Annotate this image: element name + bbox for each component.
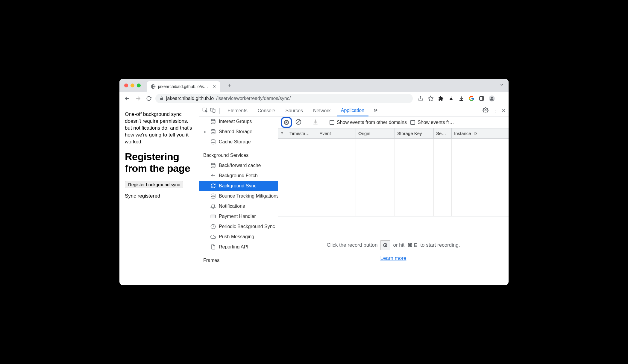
database-icon	[210, 129, 216, 134]
card-icon	[210, 214, 216, 219]
address-bar[interactable]: jakearchibald.github.io/isserviceworkerr…	[155, 94, 413, 103]
sidebar-item-bg-fetch[interactable]: Background Fetch	[199, 171, 278, 181]
browser-toolbar: jakearchibald.github.io/isserviceworkerr…	[119, 92, 509, 105]
extensions-icon[interactable]	[438, 95, 444, 101]
sidebar-item-interest-groups[interactable]: Interest Groups	[199, 116, 278, 127]
google-icon[interactable]	[468, 95, 474, 101]
sync-icon	[210, 183, 216, 189]
cloud-icon	[210, 234, 216, 239]
sidebar-item-push-messaging[interactable]: Push Messaging	[199, 232, 278, 242]
reload-button[interactable]	[145, 94, 153, 103]
svg-point-16	[485, 109, 486, 111]
sidebar-item-payment-handler[interactable]: Payment Handler	[199, 211, 278, 222]
record-circle-icon	[383, 243, 387, 247]
svg-point-18	[211, 130, 215, 131]
table-body	[278, 139, 509, 216]
svg-rect-9	[480, 97, 484, 100]
empty-text-pre: Click the record button	[327, 242, 377, 248]
tab-application[interactable]: Application	[337, 105, 368, 116]
window-minimize[interactable]	[131, 84, 134, 87]
svg-rect-15	[213, 109, 215, 112]
svg-line-28	[297, 120, 300, 124]
shortcut-text: ⌘ E	[407, 242, 417, 248]
clear-button[interactable]	[295, 119, 301, 126]
clock-icon	[210, 224, 216, 229]
device-mode-icon[interactable]	[210, 107, 216, 114]
empty-text-post: to start recording.	[420, 242, 460, 248]
intro-paragraph: One-off background sync doesn't require …	[125, 111, 193, 145]
sidebar-header-bg-services: Background Services	[199, 149, 278, 160]
downloads-icon[interactable]	[458, 95, 464, 101]
kebab-menu-icon[interactable]: ⋮	[493, 108, 497, 113]
tab-elements[interactable]: Elements	[223, 105, 252, 116]
back-button[interactable]	[123, 94, 131, 103]
menu-icon[interactable]: ⋮	[499, 95, 505, 101]
inline-record-button[interactable]	[380, 240, 390, 250]
sidebar-item-cache-storage[interactable]: Cache Storage	[199, 137, 278, 147]
svg-point-12	[491, 97, 493, 99]
tab-network[interactable]: Network	[309, 105, 335, 116]
bookmark-star-icon[interactable]	[428, 95, 434, 101]
window-close[interactable]	[124, 84, 128, 87]
record-circle-icon	[284, 120, 289, 125]
save-button[interactable]	[313, 119, 318, 126]
sidebar-item-bf-cache[interactable]: Back/forward cache	[199, 160, 278, 171]
svg-point-19	[211, 140, 215, 141]
database-icon	[210, 163, 216, 168]
record-button[interactable]	[281, 117, 292, 128]
checkbox-events-from[interactable]: Show events fr…	[410, 120, 506, 125]
svg-point-17	[211, 119, 215, 121]
tab-sources[interactable]: Sources	[281, 105, 307, 116]
th-instance-id[interactable]: Instance ID	[452, 128, 509, 138]
globe-icon	[151, 84, 156, 89]
inspect-icon[interactable]	[202, 107, 208, 114]
tabs-dropdown-icon[interactable]	[500, 83, 504, 88]
sidebar-item-reporting-api[interactable]: Reporting API	[199, 242, 278, 252]
svg-rect-24	[211, 215, 216, 218]
panel-toolbar: Show events from other domains Show even…	[278, 116, 509, 128]
browser-tab[interactable]: jakearchibald.github.io/isservic ✕	[147, 81, 220, 92]
checkbox-icon	[330, 120, 334, 125]
sidebar-item-periodic-bg-sync[interactable]: Periodic Background Sync	[199, 222, 278, 232]
sidebar-item-bg-sync[interactable]: Background Sync	[199, 181, 278, 191]
sidebar-item-shared-storage[interactable]: Shared Storage	[199, 127, 278, 137]
devtools: Elements Console Sources Network Applica…	[199, 105, 509, 285]
devtools-panel: Show events from other domains Show even…	[278, 116, 509, 285]
tab-title: jakearchibald.github.io/isservic	[158, 84, 209, 89]
devtools-tabs: Elements Console Sources Network Applica…	[199, 105, 509, 116]
database-icon	[210, 193, 216, 199]
sync-status: Sync registered	[125, 193, 193, 199]
svg-point-20	[211, 163, 215, 165]
forward-button[interactable]	[134, 94, 142, 103]
labs-icon[interactable]	[448, 95, 454, 101]
th-origin[interactable]: Origin	[356, 128, 395, 138]
register-sync-button[interactable]: Register background sync	[125, 181, 183, 188]
sidebar-item-notifications[interactable]: Notifications	[199, 201, 278, 211]
empty-state: Click the record button or hit ⌘ E to st…	[278, 216, 509, 285]
tab-close-icon[interactable]: ✕	[213, 84, 216, 89]
share-icon[interactable]	[418, 95, 424, 101]
settings-gear-icon[interactable]	[483, 107, 489, 114]
th-number[interactable]: #	[278, 128, 287, 138]
browser-window: jakearchibald.github.io/isservic ✕ + jak…	[119, 79, 509, 285]
svg-point-23	[211, 194, 215, 195]
sidebar-item-bounce-tracking[interactable]: Bounce Tracking Mitigations	[199, 191, 278, 201]
side-panel-icon[interactable]	[479, 95, 485, 101]
checkbox-other-domains[interactable]: Show events from other domains	[330, 120, 407, 125]
th-storage-key[interactable]: Storage Key	[395, 128, 434, 138]
more-tabs-icon[interactable]	[370, 107, 380, 114]
th-timestamp[interactable]: Timesta…	[287, 128, 317, 138]
th-event[interactable]: Event	[317, 128, 356, 138]
profile-icon[interactable]	[489, 95, 495, 101]
new-tab-button[interactable]: +	[225, 81, 233, 90]
bell-icon	[210, 204, 216, 209]
url-path: /isserviceworkerready/demos/sync/	[216, 96, 291, 101]
fetch-icon	[210, 173, 216, 178]
tab-console[interactable]: Console	[254, 105, 280, 116]
learn-more-link[interactable]: Learn more	[380, 255, 406, 261]
th-sw[interactable]: Se…	[434, 128, 452, 138]
window-maximize[interactable]	[137, 84, 141, 87]
svg-marker-6	[428, 96, 433, 101]
sidebar-header-frames: Frames	[199, 254, 278, 266]
close-devtools-icon[interactable]: ✕	[502, 108, 506, 113]
